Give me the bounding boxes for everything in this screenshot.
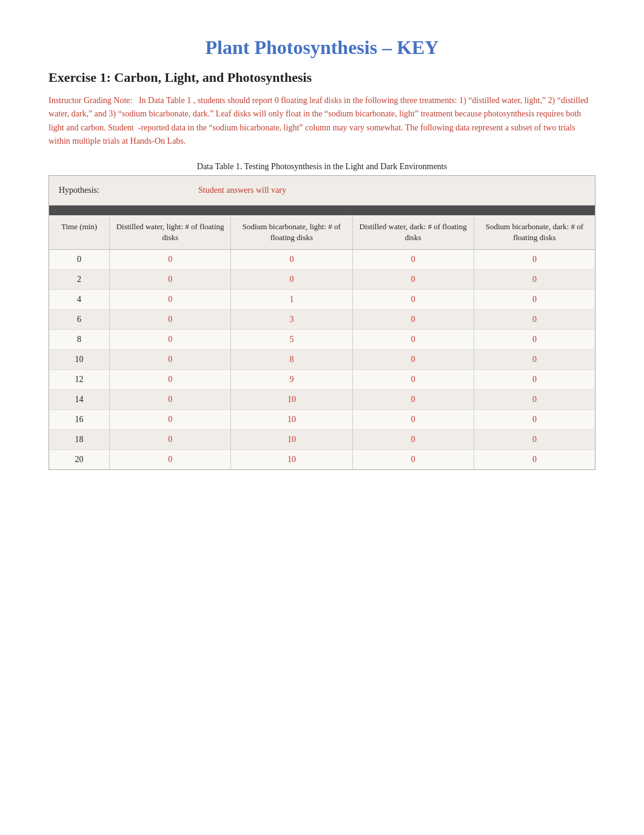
- cell-time: 12: [49, 370, 110, 389]
- cell-sodium-light: 10: [231, 450, 352, 469]
- cell-dw-light: 0: [110, 350, 231, 369]
- cell-dw-light: 0: [110, 450, 231, 469]
- cell-dw-dark: 0: [353, 430, 474, 449]
- cell-sodium-dark: 0: [474, 390, 595, 409]
- table-row: 6 0 3 0 0: [49, 310, 595, 330]
- cell-time: 4: [49, 290, 110, 309]
- table-row: 0 0 0 0 0: [49, 250, 595, 270]
- cell-sodium-dark: 0: [474, 350, 595, 369]
- table-row: 20 0 10 0 0: [49, 450, 595, 469]
- cell-sodium-light: 1: [231, 290, 352, 309]
- col-header-dw-light: Distilled water, light: # of floating di…: [110, 215, 231, 249]
- cell-sodium-dark: 0: [474, 370, 595, 389]
- table-row: 12 0 9 0 0: [49, 370, 595, 390]
- cell-dw-light: 0: [110, 290, 231, 309]
- hypothesis-row: Hypothesis: Student answers will vary: [49, 176, 595, 206]
- cell-dw-dark: 0: [353, 410, 474, 429]
- cell-dw-dark: 0: [353, 330, 474, 349]
- col-header-dw-dark: Distilled water, dark: # of floating dis…: [353, 215, 474, 249]
- table-row: 16 0 10 0 0: [49, 410, 595, 430]
- cell-dw-light: 0: [110, 310, 231, 329]
- cell-dw-dark: 0: [353, 450, 474, 469]
- cell-sodium-dark: 0: [474, 410, 595, 429]
- data-rows-container: 0 0 0 0 0 2 0 0 0 0 4 0 1 0 0 6 0 3 0 0 …: [49, 250, 595, 469]
- cell-sodium-dark: 0: [474, 330, 595, 349]
- col-header-time: Time (min): [49, 215, 110, 249]
- hypothesis-label: Hypothesis:: [49, 182, 189, 199]
- table-row: 14 0 10 0 0: [49, 390, 595, 410]
- cell-time: 10: [49, 350, 110, 369]
- cell-sodium-light: 8: [231, 350, 352, 369]
- table-row: 8 0 5 0 0: [49, 330, 595, 350]
- cell-dw-dark: 0: [353, 350, 474, 369]
- cell-time: 2: [49, 270, 110, 289]
- cell-sodium-dark: 0: [474, 290, 595, 309]
- hypothesis-value: Student answers will vary: [189, 182, 595, 199]
- cell-dw-dark: 0: [353, 290, 474, 309]
- cell-time: 14: [49, 390, 110, 409]
- cell-sodium-light: 0: [231, 270, 352, 289]
- cell-dw-light: 0: [110, 430, 231, 449]
- table-caption: Data Table 1. Testing Photosynthesis in …: [49, 162, 595, 172]
- cell-sodium-light: 3: [231, 310, 352, 329]
- instructor-note: Instructor Grading Note: In Data Table 1…: [49, 94, 595, 149]
- cell-dw-light: 0: [110, 250, 231, 269]
- cell-dw-dark: 0: [353, 310, 474, 329]
- cell-sodium-light: 10: [231, 430, 352, 449]
- cell-time: 0: [49, 250, 110, 269]
- data-table: Hypothesis: Student answers will vary Ti…: [49, 175, 595, 470]
- cell-sodium-dark: 0: [474, 310, 595, 329]
- cell-dw-light: 0: [110, 330, 231, 349]
- cell-sodium-light: 0: [231, 250, 352, 269]
- cell-dw-light: 0: [110, 270, 231, 289]
- table-row: 10 0 8 0 0: [49, 350, 595, 370]
- cell-dw-dark: 0: [353, 390, 474, 409]
- cell-sodium-dark: 0: [474, 450, 595, 469]
- cell-time: 6: [49, 310, 110, 329]
- cell-time: 20: [49, 450, 110, 469]
- cell-dw-light: 0: [110, 390, 231, 409]
- cell-sodium-dark: 0: [474, 430, 595, 449]
- cell-sodium-dark: 0: [474, 270, 595, 289]
- exercise-title: Exercise 1: Carbon, Light, and Photosynt…: [49, 70, 595, 86]
- col-header-sodium-light: Sodium bicarbonate, light: # of floating…: [231, 215, 352, 249]
- cell-dw-dark: 0: [353, 250, 474, 269]
- table-row: 18 0 10 0 0: [49, 430, 595, 450]
- cell-sodium-light: 9: [231, 370, 352, 389]
- column-headers-row: Time (min) Distilled water, light: # of …: [49, 215, 595, 250]
- cell-dw-light: 0: [110, 370, 231, 389]
- cell-sodium-light: 5: [231, 330, 352, 349]
- dark-header-bar: [49, 206, 595, 215]
- cell-dw-light: 0: [110, 410, 231, 429]
- cell-dw-dark: 0: [353, 270, 474, 289]
- table-row: 2 0 0 0 0: [49, 270, 595, 290]
- col-header-sodium-dark: Sodium bicarbonate, dark: # of floating …: [474, 215, 595, 249]
- cell-dw-dark: 0: [353, 370, 474, 389]
- cell-time: 18: [49, 430, 110, 449]
- table-row: 4 0 1 0 0: [49, 290, 595, 310]
- cell-sodium-dark: 0: [474, 250, 595, 269]
- cell-time: 8: [49, 330, 110, 349]
- page-title: Plant Photosynthesis – KEY: [49, 36, 595, 59]
- cell-time: 16: [49, 410, 110, 429]
- cell-sodium-light: 10: [231, 390, 352, 409]
- cell-sodium-light: 10: [231, 410, 352, 429]
